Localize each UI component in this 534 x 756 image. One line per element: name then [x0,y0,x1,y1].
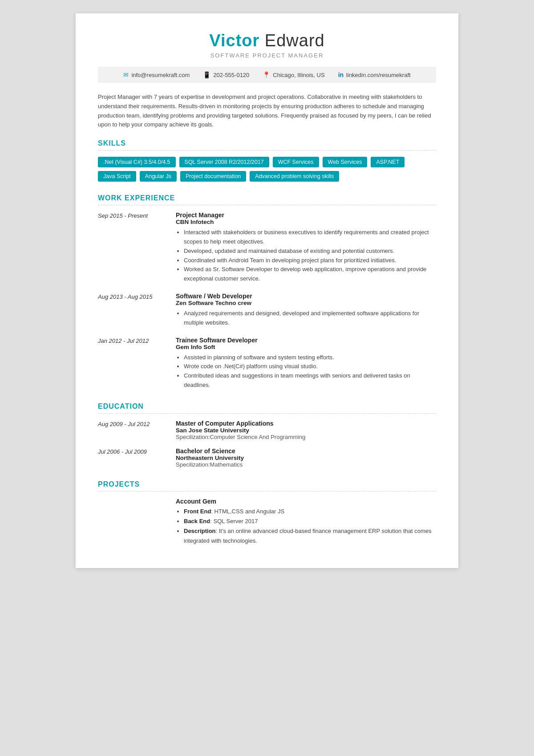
education-title: EDUCATION [98,402,436,411]
linkedin-contact: in linkedin.com/resumekraft [338,71,411,78]
work-title: WORK EXPERIENCE [98,194,436,202]
work-bullet-item: Coordinated with Android Team in develop… [184,256,436,265]
full-name: Victor Edward [98,31,436,50]
project-bullet-item: Description: It's an online advanced clo… [184,526,436,546]
education-details: Bachelor of ScienceNortheastern Universi… [176,447,436,468]
skill-tag: WCF Services [273,157,319,167]
work-bullet-item: Analyzed requirements and designed, deve… [184,309,436,328]
project-dates-spacer [98,498,167,546]
work-dates: Aug 2013 - Aug 2015 [98,293,167,328]
work-divider [98,205,436,205]
location-icon: 📍 [263,71,270,78]
resume-header: Victor Edward SOFTWARE PROJECT MANAGER [98,31,436,59]
skill-tag: SQL Server 2008 R2/2012/2017 [179,157,269,167]
project-bullet-list: Front End: HTML,CSS and Angular JSBack E… [176,507,436,546]
project-bullet-item: Front End: HTML,CSS and Angular JS [184,507,436,516]
work-position-title: Trainee Software Developer [176,337,436,344]
education-entries-container: Aug 2009 - Jul 2012Master of Computer Ap… [98,420,436,468]
location-text: Chicago, Illinois, US [273,72,324,78]
phone-icon: 📱 [203,71,210,78]
skill-tag: ASP.NET [371,157,405,167]
work-company-name: Gem Info Soft [176,344,436,350]
projects-section: PROJECTS Account GemFront End: HTML,CSS … [98,480,436,546]
skills-divider [98,150,436,150]
work-company-name: CBN Infotech [176,219,436,225]
skill-tag: Java Script [98,171,136,182]
work-details: Trainee Software DeveloperGem Info SoftA… [176,337,436,390]
project-details: Account GemFront End: HTML,CSS and Angul… [176,498,436,546]
work-entry: Aug 2013 - Aug 2015Software / Web Develo… [98,293,436,328]
education-specialization: Specilization:Computer Science And Progr… [176,434,436,440]
project-bullet-label: Description [184,528,216,534]
skill-tag: Project documentation [180,171,246,182]
work-entries-container: Sep 2015 - PresentProject ManagerCBN Inf… [98,211,436,390]
email-icon: ✉ [123,71,129,78]
education-degree: Master of Computer Applications [176,420,436,427]
education-school: San Jose State University [176,427,436,434]
skill-tag: Web Services [323,157,368,167]
education-dates: Jul 2006 - Jul 2009 [98,447,167,468]
job-title: SOFTWARE PROJECT MANAGER [98,52,436,59]
work-bullet-item: Developed, updated and maintained databa… [184,247,436,256]
last-name: Edward [265,31,325,50]
work-section: WORK EXPERIENCE Sep 2015 - PresentProjec… [98,194,436,390]
work-entry: Jan 2012 - Jul 2012Trainee Software Deve… [98,337,436,390]
education-dates: Aug 2009 - Jul 2012 [98,420,167,440]
email-text: info@resumekraft.com [131,72,190,78]
project-entry: Account GemFront End: HTML,CSS and Angul… [98,498,436,546]
project-bullet-item: Back End: SQL Server 2017 [184,516,436,526]
education-entry: Aug 2009 - Jul 2012Master of Computer Ap… [98,420,436,440]
work-bullet-item: Assisted in planning of software and sys… [184,353,436,362]
education-details: Master of Computer ApplicationsSan Jose … [176,420,436,440]
education-specialization: Specilization:Mathematics [176,461,436,468]
project-entries-container: Account GemFront End: HTML,CSS and Angul… [98,498,436,546]
education-degree: Bachelor of Science [176,447,436,455]
work-bullet-list: Interacted with stakeholders or business… [176,228,436,284]
skills-section: SKILLS .Net (Visual C#) 3.5/4.0/4.5SQL S… [98,139,436,182]
location-contact: 📍 Chicago, Illinois, US [263,71,324,78]
work-details: Project ManagerCBN InfotechInteracted wi… [176,211,436,284]
linkedin-text: linkedin.com/resumekraft [346,72,411,78]
phone-text: 202-555-0120 [213,72,249,78]
resume-document: Victor Edward SOFTWARE PROJECT MANAGER ✉… [76,13,458,568]
skill-tag: .Net (Visual C#) 3.5/4.0/4.5 [98,157,176,167]
skills-title: SKILLS [98,139,436,147]
phone-contact: 📱 202-555-0120 [203,71,249,78]
linkedin-icon: in [338,71,344,78]
work-company-name: Zen Software Techno crew [176,300,436,306]
education-section: EDUCATION Aug 2009 - Jul 2012Master of C… [98,402,436,468]
skills-tags-container: .Net (Visual C#) 3.5/4.0/4.5SQL Server 2… [98,157,436,182]
project-name: Account Gem [176,498,436,505]
work-bullet-list: Assisted in planning of software and sys… [176,353,436,390]
work-bullet-item: Interacted with stakeholders or business… [184,228,436,247]
work-bullet-item: Wrote code on .Net(C#) platform using vi… [184,362,436,371]
education-school: Northeastern University [176,455,436,461]
skill-tag: Advanced problem solving skills [250,171,339,182]
project-bullet-label: Back End [184,518,210,524]
education-entry: Jul 2006 - Jul 2009Bachelor of ScienceNo… [98,447,436,468]
work-bullet-item: Worked as Sr. Software Developer to deve… [184,265,436,284]
projects-title: PROJECTS [98,480,436,488]
work-position-title: Software / Web Developer [176,293,436,300]
skill-tag: Angular Js [140,171,177,182]
project-bullet-label: Front End [184,508,211,515]
education-divider [98,413,436,414]
email-contact: ✉ info@resumekraft.com [123,71,190,78]
work-dates: Jan 2012 - Jul 2012 [98,337,167,390]
work-details: Software / Web DeveloperZen Software Tec… [176,293,436,328]
work-entry: Sep 2015 - PresentProject ManagerCBN Inf… [98,211,436,284]
summary-text: Project Manager with 7 years of expertis… [98,93,436,130]
work-dates: Sep 2015 - Present [98,211,167,284]
contact-bar: ✉ info@resumekraft.com 📱 202-555-0120 📍 … [98,67,436,83]
work-bullet-list: Analyzed requirements and designed, deve… [176,309,436,328]
first-name: Victor [209,31,259,50]
work-position-title: Project Manager [176,211,436,219]
work-bullet-item: Contributed ideas and suggestions in tea… [184,371,436,390]
projects-divider [98,491,436,492]
